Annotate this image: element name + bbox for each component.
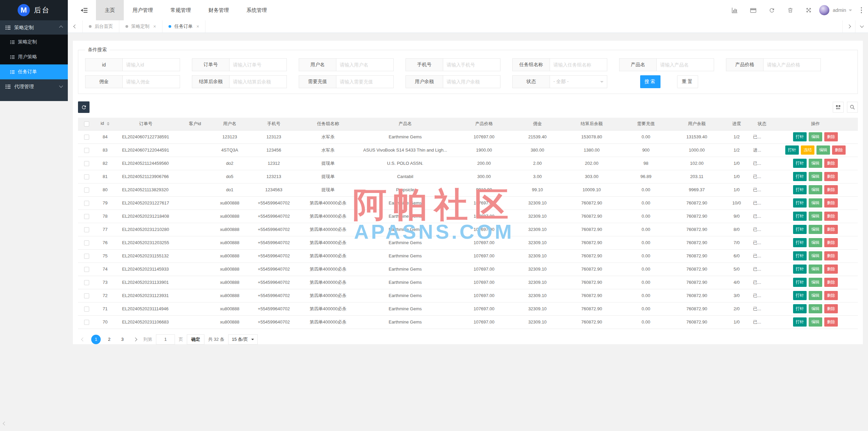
collapse-menu-icon[interactable] (68, 0, 96, 20)
action-button-2[interactable]: 删除 (824, 185, 838, 194)
sidebar-item-user-strategy[interactable]: 用户策略 (0, 50, 68, 64)
filter-input-user-balance[interactable] (443, 75, 500, 88)
action-button-2[interactable]: 删除 (824, 198, 838, 208)
action-button-1[interactable]: 编辑 (809, 225, 822, 234)
avatar[interactable] (819, 5, 829, 15)
row-checkbox[interactable] (84, 280, 89, 285)
page-number-3[interactable]: 3 (118, 335, 127, 344)
action-button-1[interactable]: 编辑 (809, 317, 822, 327)
row-checkbox[interactable] (84, 307, 89, 312)
user-menu[interactable]: admin (833, 7, 852, 13)
action-button-2[interactable]: 删除 (824, 159, 838, 168)
reset-button[interactable]: 重置 (677, 75, 698, 88)
action-button-0[interactable]: 打针 (793, 251, 807, 260)
action-button-1[interactable]: 编辑 (809, 251, 822, 260)
action-button-1[interactable]: 编辑 (809, 185, 822, 194)
filter-input-phone[interactable] (443, 58, 500, 71)
action-button-1[interactable]: 编辑 (809, 265, 822, 274)
filter-input-settled-balance[interactable] (229, 75, 287, 88)
page-prev[interactable] (79, 338, 87, 341)
action-button-0[interactable]: 打针 (793, 159, 807, 168)
close-icon[interactable]: × (196, 24, 199, 29)
sidebar-group-agent[interactable]: 代理管理 (0, 79, 68, 94)
row-checkbox[interactable] (84, 214, 89, 219)
action-button-2[interactable]: 删除 (824, 225, 838, 234)
tab-task-orders[interactable]: 任务订单 × (162, 20, 205, 33)
row-checkbox[interactable] (84, 188, 89, 193)
filter-input-commission[interactable] (122, 75, 180, 88)
action-button-0[interactable]: 打针 (793, 225, 807, 234)
goto-page-input[interactable] (156, 334, 175, 345)
action-button-1[interactable]: 编辑 (809, 238, 822, 247)
action-button-2[interactable]: 删除 (824, 265, 838, 274)
action-button-1[interactable]: 编辑 (809, 291, 822, 300)
nav-system-management[interactable]: 系统管理 (238, 0, 276, 20)
page-number-1[interactable]: 1 (91, 335, 101, 344)
action-button-2[interactable]: 删除 (824, 317, 838, 327)
action-button-0[interactable]: 打针 (793, 198, 807, 208)
trash-icon[interactable] (787, 7, 793, 13)
action-button-2[interactable]: 删除 (824, 172, 838, 181)
corner-chevron-left-icon[interactable] (3, 420, 6, 426)
row-checkbox[interactable] (84, 201, 89, 206)
action-button-1[interactable]: 编辑 (809, 159, 822, 168)
action-button-2[interactable]: 删除 (824, 291, 838, 300)
action-button-2[interactable]: 删除 (824, 132, 838, 141)
row-checkbox[interactable] (84, 293, 89, 298)
nav-user-management[interactable]: 用户管理 (124, 0, 162, 20)
action-button-0[interactable]: 打针 (793, 317, 807, 327)
filter-input-need-recharge[interactable] (336, 75, 394, 88)
action-button-1[interactable]: 编辑 (809, 304, 822, 313)
sort-icon[interactable] (107, 121, 110, 127)
filter-input-id[interactable] (122, 58, 180, 71)
row-checkbox[interactable] (84, 320, 89, 325)
action-button-1[interactable]: 编辑 (809, 172, 822, 181)
filter-input-order-no[interactable] (229, 58, 287, 71)
row-checkbox[interactable] (84, 254, 89, 259)
action-button-0[interactable]: 打针 (793, 304, 807, 313)
search-button[interactable]: 搜索 (640, 75, 660, 88)
sidebar-item-task-orders[interactable]: 任务订单 (0, 64, 68, 79)
tab-home[interactable]: 后台首页 (83, 20, 119, 33)
filter-input-task-group[interactable] (550, 58, 607, 71)
nav-general-management[interactable]: 常规管理 (162, 0, 200, 20)
action-button-0[interactable]: 打针 (785, 145, 799, 155)
row-checkbox[interactable] (84, 161, 89, 166)
action-button-2[interactable]: 删除 (824, 251, 838, 260)
action-button-0[interactable]: 打针 (793, 212, 807, 221)
action-button-2[interactable]: 删除 (824, 238, 838, 247)
fullscreen-icon[interactable] (806, 7, 812, 13)
status-select[interactable]: - 全部 - (550, 75, 607, 88)
row-checkbox[interactable] (84, 135, 89, 140)
table-search-button[interactable] (847, 102, 858, 113)
row-checkbox[interactable] (84, 148, 89, 153)
row-checkbox[interactable] (84, 240, 89, 246)
action-button-3[interactable]: 删除 (832, 145, 846, 155)
goto-confirm-button[interactable]: 确定 (187, 334, 204, 345)
nav-finance-management[interactable]: 财务管理 (200, 0, 238, 20)
action-button-0[interactable]: 打针 (793, 172, 807, 181)
action-button-2[interactable]: 删除 (824, 212, 838, 221)
columns-toggle-button[interactable] (833, 102, 844, 113)
col-header-id[interactable]: id (95, 118, 115, 130)
tab-scroll-right[interactable] (842, 20, 855, 33)
bar-chart-icon[interactable] (731, 7, 738, 14)
page-number-2[interactable]: 2 (104, 335, 114, 344)
action-button-0[interactable]: 打针 (793, 132, 807, 141)
action-button-2[interactable]: 编辑 (816, 145, 830, 155)
close-icon[interactable]: × (153, 24, 156, 29)
table-refresh-button[interactable] (78, 101, 90, 113)
sidebar-group-strategy[interactable]: 策略定制 (0, 20, 68, 35)
nav-home[interactable]: 主页 (96, 0, 124, 20)
row-checkbox[interactable] (84, 174, 89, 179)
filter-input-price[interactable] (763, 58, 821, 71)
action-button-0[interactable]: 打针 (793, 291, 807, 300)
action-button-1[interactable]: 编辑 (809, 132, 822, 141)
page-next[interactable] (131, 338, 140, 341)
action-button-0[interactable]: 打针 (793, 265, 807, 274)
filter-input-product[interactable] (656, 58, 714, 71)
tab-strategy[interactable]: 策略定制 × (119, 20, 162, 33)
select-all-checkbox[interactable] (84, 121, 89, 126)
action-button-1[interactable]: 编辑 (809, 198, 822, 208)
action-button-0[interactable]: 打针 (793, 238, 807, 247)
